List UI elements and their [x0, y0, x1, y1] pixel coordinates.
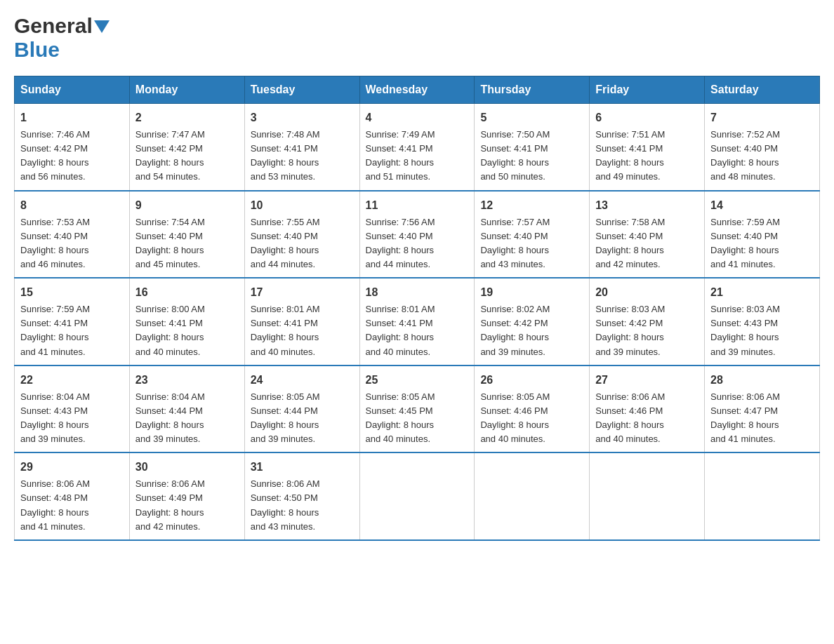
day-number: 1: [20, 109, 124, 126]
day-info: Sunrise: 8:06 AMSunset: 4:50 PMDaylight:…: [251, 477, 354, 534]
calendar-cell: [475, 452, 590, 540]
day-number: 18: [366, 284, 469, 301]
calendar-cell: 6Sunrise: 7:51 AMSunset: 4:41 PMDaylight…: [590, 104, 705, 191]
calendar-cell: 21Sunrise: 8:03 AMSunset: 4:43 PMDayligh…: [705, 278, 820, 365]
calendar-cell: 19Sunrise: 8:02 AMSunset: 4:42 PMDayligh…: [475, 278, 590, 365]
calendar-cell: 24Sunrise: 8:05 AMSunset: 4:44 PMDayligh…: [244, 365, 359, 453]
day-number: 7: [710, 109, 814, 126]
svg-marker-0: [94, 20, 110, 33]
day-info: Sunrise: 8:06 AMSunset: 4:47 PMDaylight:…: [710, 390, 814, 447]
calendar-cell: 26Sunrise: 8:05 AMSunset: 4:46 PMDayligh…: [475, 365, 590, 453]
day-number: 22: [20, 372, 124, 389]
calendar-cell: [590, 452, 705, 540]
day-number: 5: [480, 109, 583, 126]
day-number: 30: [135, 459, 239, 476]
header-monday: Monday: [129, 76, 244, 104]
calendar-cell: 29Sunrise: 8:06 AMSunset: 4:48 PMDayligh…: [15, 452, 130, 540]
day-info: Sunrise: 7:58 AMSunset: 4:40 PMDaylight:…: [595, 215, 699, 272]
calendar-cell: 11Sunrise: 7:56 AMSunset: 4:40 PMDayligh…: [359, 191, 475, 279]
day-number: 21: [710, 284, 814, 301]
day-info: Sunrise: 7:53 AMSunset: 4:40 PMDaylight:…: [20, 215, 124, 272]
logo-blue: Blue: [14, 38, 60, 61]
calendar-cell: 4Sunrise: 7:49 AMSunset: 4:41 PMDaylight…: [359, 104, 475, 191]
calendar-week-row-2: 8Sunrise: 7:53 AMSunset: 4:40 PMDaylight…: [15, 191, 820, 279]
day-info: Sunrise: 8:05 AMSunset: 4:46 PMDaylight:…: [480, 390, 583, 447]
day-number: 14: [710, 197, 814, 214]
day-number: 12: [480, 197, 583, 214]
day-info: Sunrise: 8:00 AMSunset: 4:41 PMDaylight:…: [135, 302, 239, 359]
calendar-cell: 30Sunrise: 8:06 AMSunset: 4:49 PMDayligh…: [129, 452, 244, 540]
calendar-cell: 8Sunrise: 7:53 AMSunset: 4:40 PMDaylight…: [15, 191, 130, 279]
header-wednesday: Wednesday: [359, 76, 475, 104]
calendar-cell: [359, 452, 475, 540]
calendar-week-row-3: 15Sunrise: 7:59 AMSunset: 4:41 PMDayligh…: [15, 278, 820, 365]
day-number: 31: [251, 459, 354, 476]
calendar-header-row: Sunday Monday Tuesday Wednesday Thursday…: [15, 76, 820, 104]
day-number: 3: [251, 109, 354, 126]
calendar-cell: 5Sunrise: 7:50 AMSunset: 4:41 PMDaylight…: [475, 104, 590, 191]
day-info: Sunrise: 8:02 AMSunset: 4:42 PMDaylight:…: [480, 302, 583, 359]
day-number: 28: [710, 372, 814, 389]
calendar-week-row-5: 29Sunrise: 8:06 AMSunset: 4:48 PMDayligh…: [15, 452, 820, 540]
header-saturday: Saturday: [705, 76, 820, 104]
day-info: Sunrise: 8:01 AMSunset: 4:41 PMDaylight:…: [251, 302, 354, 359]
day-info: Sunrise: 7:54 AMSunset: 4:40 PMDaylight:…: [135, 215, 239, 272]
day-info: Sunrise: 7:52 AMSunset: 4:40 PMDaylight:…: [710, 128, 814, 185]
day-info: Sunrise: 8:04 AMSunset: 4:44 PMDaylight:…: [135, 390, 239, 447]
calendar-cell: 9Sunrise: 7:54 AMSunset: 4:40 PMDaylight…: [129, 191, 244, 279]
day-info: Sunrise: 8:01 AMSunset: 4:41 PMDaylight:…: [366, 302, 469, 359]
day-number: 29: [20, 459, 124, 476]
day-info: Sunrise: 8:04 AMSunset: 4:43 PMDaylight:…: [20, 390, 124, 447]
logo-general: General: [14, 14, 93, 38]
calendar-cell: 22Sunrise: 8:04 AMSunset: 4:43 PMDayligh…: [15, 365, 130, 453]
calendar-week-row-1: 1Sunrise: 7:46 AMSunset: 4:42 PMDaylight…: [15, 104, 820, 191]
day-number: 9: [135, 197, 239, 214]
day-info: Sunrise: 7:59 AMSunset: 4:41 PMDaylight:…: [20, 302, 124, 359]
day-info: Sunrise: 8:03 AMSunset: 4:43 PMDaylight:…: [710, 302, 814, 359]
calendar-cell: 1Sunrise: 7:46 AMSunset: 4:42 PMDaylight…: [15, 104, 130, 191]
header-thursday: Thursday: [475, 76, 590, 104]
day-number: 11: [366, 197, 469, 214]
day-number: 19: [480, 284, 583, 301]
calendar-cell: 17Sunrise: 8:01 AMSunset: 4:41 PMDayligh…: [244, 278, 359, 365]
logo: General Blue: [14, 14, 110, 62]
day-info: Sunrise: 7:56 AMSunset: 4:40 PMDaylight:…: [366, 215, 469, 272]
calendar-cell: 20Sunrise: 8:03 AMSunset: 4:42 PMDayligh…: [590, 278, 705, 365]
page-header: General Blue: [14, 14, 820, 62]
day-info: Sunrise: 8:06 AMSunset: 4:49 PMDaylight:…: [135, 477, 239, 534]
calendar-cell: 31Sunrise: 8:06 AMSunset: 4:50 PMDayligh…: [244, 452, 359, 540]
calendar-cell: 16Sunrise: 8:00 AMSunset: 4:41 PMDayligh…: [129, 278, 244, 365]
day-info: Sunrise: 7:49 AMSunset: 4:41 PMDaylight:…: [366, 128, 469, 185]
day-number: 23: [135, 372, 239, 389]
day-number: 8: [20, 197, 124, 214]
day-info: Sunrise: 7:55 AMSunset: 4:40 PMDaylight:…: [251, 215, 354, 272]
calendar-cell: 18Sunrise: 8:01 AMSunset: 4:41 PMDayligh…: [359, 278, 475, 365]
day-number: 16: [135, 284, 239, 301]
day-info: Sunrise: 8:03 AMSunset: 4:42 PMDaylight:…: [595, 302, 699, 359]
calendar-cell: 12Sunrise: 7:57 AMSunset: 4:40 PMDayligh…: [475, 191, 590, 279]
day-info: Sunrise: 7:51 AMSunset: 4:41 PMDaylight:…: [595, 128, 699, 185]
day-number: 15: [20, 284, 124, 301]
day-info: Sunrise: 7:59 AMSunset: 4:40 PMDaylight:…: [710, 215, 814, 272]
day-number: 24: [251, 372, 354, 389]
calendar-cell: 27Sunrise: 8:06 AMSunset: 4:46 PMDayligh…: [590, 365, 705, 453]
calendar-cell: 2Sunrise: 7:47 AMSunset: 4:42 PMDaylight…: [129, 104, 244, 191]
day-info: Sunrise: 7:46 AMSunset: 4:42 PMDaylight:…: [20, 128, 124, 185]
day-info: Sunrise: 8:06 AMSunset: 4:46 PMDaylight:…: [595, 390, 699, 447]
header-friday: Friday: [590, 76, 705, 104]
header-tuesday: Tuesday: [244, 76, 359, 104]
calendar-cell: [705, 452, 820, 540]
day-number: 25: [366, 372, 469, 389]
calendar-cell: 15Sunrise: 7:59 AMSunset: 4:41 PMDayligh…: [15, 278, 130, 365]
calendar-cell: 23Sunrise: 8:04 AMSunset: 4:44 PMDayligh…: [129, 365, 244, 453]
day-info: Sunrise: 8:05 AMSunset: 4:45 PMDaylight:…: [366, 390, 469, 447]
day-info: Sunrise: 7:50 AMSunset: 4:41 PMDaylight:…: [480, 128, 583, 185]
day-number: 13: [595, 197, 699, 214]
calendar-cell: 13Sunrise: 7:58 AMSunset: 4:40 PMDayligh…: [590, 191, 705, 279]
calendar-cell: 14Sunrise: 7:59 AMSunset: 4:40 PMDayligh…: [705, 191, 820, 279]
day-number: 10: [251, 197, 354, 214]
header-sunday: Sunday: [15, 76, 130, 104]
day-number: 17: [251, 284, 354, 301]
day-info: Sunrise: 7:48 AMSunset: 4:41 PMDaylight:…: [251, 128, 354, 185]
day-info: Sunrise: 8:06 AMSunset: 4:48 PMDaylight:…: [20, 477, 124, 534]
